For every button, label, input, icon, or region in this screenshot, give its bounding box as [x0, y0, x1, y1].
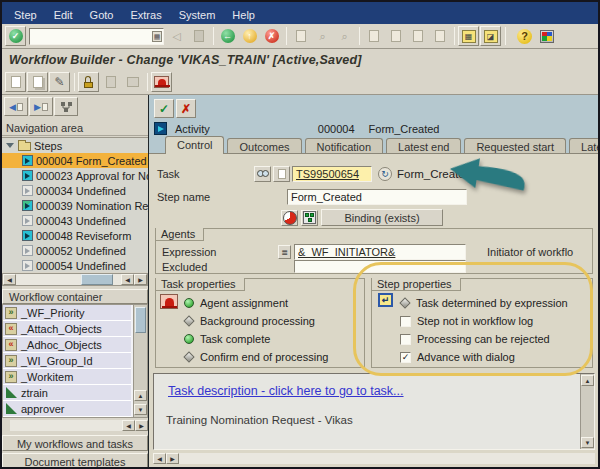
nav-back-button[interactable]: ◀: [4, 97, 28, 116]
binding-exists-button[interactable]: Binding (exists): [321, 209, 443, 226]
task-description-link[interactable]: Task description - click here to go to t…: [168, 384, 404, 398]
confirm-button[interactable]: ✓: [154, 99, 174, 118]
scroll-thumb[interactable]: [135, 307, 146, 333]
tree-step-000004[interactable]: 000004Form_Created: [2, 153, 148, 168]
binding-editor-button[interactable]: [301, 210, 318, 226]
menu-system[interactable]: System: [179, 9, 216, 21]
container-element[interactable]: »_WF_Priority: [3, 305, 131, 321]
scroll-down-icon[interactable]: ▼: [134, 404, 147, 415]
scroll-left-icon[interactable]: ◀: [121, 274, 134, 285]
tree-horizontal-scrollbar[interactable]: ◀ ◀ ▶: [2, 273, 148, 286]
task-id-field[interactable]: TS99500654: [292, 166, 372, 182]
nav-forward-button[interactable]: ▶: [29, 97, 53, 116]
document-templates-button[interactable]: Document templates: [2, 453, 148, 469]
task-label: Task: [157, 168, 252, 180]
activate-button[interactable]: [78, 72, 99, 92]
reject-button[interactable]: ✗: [176, 99, 196, 118]
tree-step-000023[interactable]: 000023Approval for Nor: [2, 168, 148, 183]
container-element[interactable]: »_WI_Group_Id: [3, 353, 131, 369]
tree-root-steps[interactable]: Steps: [2, 138, 148, 153]
menu-help[interactable]: Help: [232, 9, 255, 21]
cancel-button[interactable]: ✗: [261, 26, 282, 46]
checkbox-step-not-in-log[interactable]: [400, 316, 411, 327]
container-vertical-scrollbar[interactable]: ▲ ▼: [133, 305, 147, 417]
container-element[interactable]: ztrain: [3, 385, 131, 401]
task-display-button[interactable]: [273, 166, 290, 182]
expression-field[interactable]: &_WF_INITIATOR&: [294, 244, 466, 260]
tree-step-000043[interactable]: 000043Undefined: [2, 213, 148, 228]
container-horizontal-scrollbar[interactable]: ◀ ▶: [2, 419, 148, 432]
container-element[interactable]: »_Workitem: [3, 369, 131, 385]
scroll-left-icon[interactable]: ◀: [122, 420, 135, 431]
excluded-field[interactable]: [294, 260, 466, 273]
task-refresh-button[interactable]: ↻: [378, 167, 392, 181]
test-workflow-button[interactable]: [151, 72, 172, 92]
activity-type-label: Activity: [175, 123, 210, 135]
nav-hierarchy-button[interactable]: [54, 97, 78, 116]
menu-extras[interactable]: Extras: [130, 9, 161, 21]
expression-label: Expression: [162, 246, 275, 258]
scroll-left-icon[interactable]: ◀: [3, 274, 16, 285]
scroll-thumb[interactable]: [81, 274, 113, 285]
menu-step[interactable]: Step: [14, 9, 37, 21]
scroll-right-icon[interactable]: ▶: [166, 453, 179, 464]
tab-outcomes[interactable]: Outcomes: [227, 138, 301, 154]
scroll-right-icon[interactable]: ▶: [135, 420, 148, 431]
new-session-button[interactable]: ▦: [458, 26, 479, 46]
tree-step-000039[interactable]: 000039Nomination Rej: [2, 198, 148, 213]
binding-icon: [303, 211, 316, 224]
tab-notification[interactable]: Notification: [305, 138, 383, 154]
tab-strip: Control Outcomes Notification Latest end…: [149, 136, 598, 154]
step-name-label: Step name: [157, 191, 285, 203]
exit-button[interactable]: ↑: [239, 26, 260, 46]
scroll-right-icon[interactable]: ▶: [134, 274, 147, 285]
scroll-up-icon[interactable]: ▲: [134, 390, 147, 401]
container-element[interactable]: approver: [3, 401, 131, 417]
step-undefined-icon: [22, 245, 33, 256]
step-name-field[interactable]: Form_Created: [287, 189, 467, 205]
tree-step-000052[interactable]: 000052Undefined: [2, 243, 148, 258]
workflow-container-header[interactable]: Workflow container: [2, 289, 148, 304]
copy-button[interactable]: [27, 72, 48, 92]
collapse-icon[interactable]: [6, 143, 14, 148]
navigation-area-label: Navigation area: [2, 120, 148, 136]
shortcut-button[interactable]: ◪: [480, 26, 501, 46]
tab-requested-start[interactable]: Requested start: [464, 138, 566, 154]
step-detail-panel: ✓ ✗ Activity 000004 Form_Created Control…: [148, 95, 598, 467]
enter-button[interactable]: ✓: [5, 26, 26, 46]
display-change-button[interactable]: ✎: [49, 72, 70, 92]
export-element-icon: »: [5, 355, 17, 367]
container-element[interactable]: «_Adhoc_Objects: [3, 337, 131, 353]
task-search-button[interactable]: [254, 166, 271, 182]
new-workflow-button[interactable]: [5, 72, 26, 92]
menu-goto[interactable]: Goto: [90, 9, 114, 21]
scroll-down-icon[interactable]: ▼: [581, 437, 594, 448]
my-workflows-and-tasks-button[interactable]: My workflows and tasks: [2, 435, 148, 451]
command-field[interactable]: [29, 28, 164, 45]
checkbox-advance-with-dialog[interactable]: ✓: [400, 352, 411, 363]
binding-definition-button[interactable]: [281, 210, 298, 226]
tree-step-000054[interactable]: 000054Undefined: [2, 258, 148, 272]
tree-step-000048[interactable]: 000048Reviseform: [2, 228, 148, 243]
description-vertical-scrollbar[interactable]: ▲ ▼: [580, 374, 594, 449]
tab-control[interactable]: Control: [165, 136, 224, 154]
command-history-icon[interactable]: ▦: [152, 31, 162, 42]
customize-layout-icon: [540, 30, 554, 43]
menu-edit[interactable]: Edit: [54, 9, 73, 21]
system-toolbar: ✓ ▦ ◁ ← ↑ ✗ ⌕ ⌕ ▦ ◪ ?: [2, 24, 598, 49]
scroll-up-icon[interactable]: ▲: [581, 375, 594, 386]
customize-button[interactable]: [536, 26, 557, 46]
help-button[interactable]: ?: [514, 26, 535, 46]
container-element[interactable]: «_Attach_Objects: [3, 321, 131, 337]
checkbox-processing-rejected[interactable]: [400, 334, 411, 345]
scroll-left-icon[interactable]: ◀: [153, 453, 166, 464]
back-button[interactable]: ←: [217, 26, 238, 46]
tab-latest-start[interactable]: Latest start: [569, 138, 598, 154]
step-properties-title: Step properties: [372, 278, 461, 291]
description-horizontal-scrollbar[interactable]: ◀ ▶: [153, 452, 595, 465]
tree-step-000034[interactable]: 000034Undefined: [2, 183, 148, 198]
menu-bar: Step Edit Goto Extras System Help: [2, 2, 598, 24]
expression-select-icon[interactable]: ≣: [278, 245, 291, 259]
workflow-container-list: »_WF_Priority «_Attach_Objects «_Adhoc_O…: [2, 304, 148, 418]
find-icon: ⌕: [312, 26, 333, 46]
